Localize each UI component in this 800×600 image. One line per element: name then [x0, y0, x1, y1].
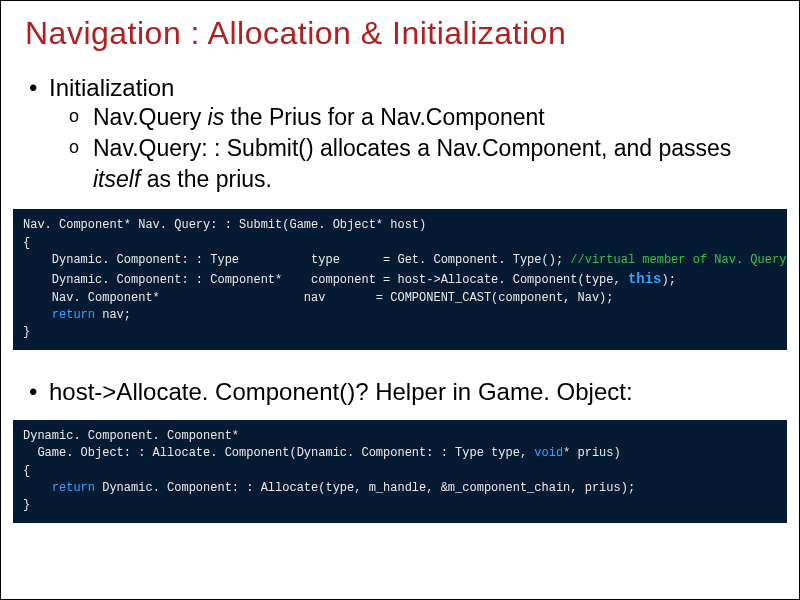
code-line: Nav. Component* nav = COMPONENT_CAST(com…: [23, 291, 614, 305]
code-line: );: [662, 273, 676, 287]
sub-bullet-1: Nav.Query is the Prius for a Nav.Compone…: [69, 102, 771, 133]
code-line: }: [23, 498, 30, 512]
bullet-text: host->Allocate. Component()? Helper in G…: [49, 378, 633, 405]
bullet-list-2: host->Allocate. Component()? Helper in G…: [29, 378, 771, 406]
code-line: Dynamic. Component. Component*: [23, 429, 239, 443]
text: Nav.Query: : Submit() allocates a Nav.Co…: [93, 135, 731, 161]
code-line: {: [23, 236, 30, 250]
slide-title: Navigation : Allocation & Initialization: [1, 1, 799, 52]
text-italic-is: is: [208, 104, 225, 130]
code-block-submit: Nav. Component* Nav. Query: : Submit(Gam…: [13, 209, 787, 350]
bullet-host-allocate: host->Allocate. Component()? Helper in G…: [29, 378, 771, 406]
slide: Navigation : Allocation & Initialization…: [0, 0, 800, 600]
code-line: {: [23, 464, 30, 478]
text-italic-itself: itself: [93, 166, 140, 192]
text: the Prius for a Nav.Component: [224, 104, 544, 130]
code-line: Dynamic. Component: : Allocate(type, m_h…: [95, 481, 635, 495]
slide-body: Initialization Nav.Query is the Prius fo…: [1, 52, 799, 195]
code-line: Nav. Component* Nav. Query: : Submit(Gam…: [23, 218, 426, 232]
bullet-list: Initialization Nav.Query is the Prius fo…: [29, 74, 771, 195]
code-line: }: [23, 325, 30, 339]
code-comment: //virtual member of Nav. Query: [570, 253, 786, 267]
code-line: nav;: [95, 308, 131, 322]
code-keyword-this: this: [628, 271, 662, 287]
code-keyword-return: return: [23, 481, 95, 495]
bullet-text: Initialization: [49, 74, 174, 101]
code-block-allocate: Dynamic. Component. Component* Game. Obj…: [13, 420, 787, 523]
code-line: Dynamic. Component: : Component* compone…: [23, 273, 628, 287]
sub-bullet-list: Nav.Query is the Prius for a Nav.Compone…: [49, 102, 771, 195]
slide-body-2: host->Allocate. Component()? Helper in G…: [1, 360, 799, 406]
code-keyword-void: void: [534, 446, 563, 460]
sub-bullet-2: Nav.Query: : Submit() allocates a Nav.Co…: [69, 133, 771, 195]
code-line: * prius): [563, 446, 621, 460]
code-line: Game. Object: : Allocate. Component(Dyna…: [23, 446, 534, 460]
text: Nav.Query: [93, 104, 208, 130]
code-line: Dynamic. Component: : Type type = Get. C…: [23, 253, 570, 267]
text: as the prius.: [140, 166, 272, 192]
bullet-initialization: Initialization Nav.Query is the Prius fo…: [29, 74, 771, 195]
code-keyword-return: return: [23, 308, 95, 322]
